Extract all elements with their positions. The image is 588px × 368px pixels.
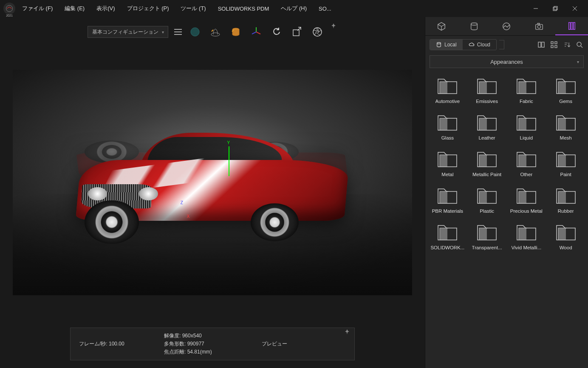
folder-label: Glass <box>441 135 454 140</box>
configuration-dropdown[interactable]: 基本コンフィギュレーション ▾ <box>88 26 168 38</box>
menu-file[interactable]: ファイル (F) <box>17 2 58 15</box>
folder-icon <box>435 185 459 206</box>
tab-materials[interactable] <box>458 17 491 35</box>
svg-rect-23 <box>538 42 541 47</box>
sphere-tool-icon[interactable] <box>188 25 202 39</box>
axis-tool-icon[interactable] <box>249 25 263 39</box>
menu-project[interactable]: プロジェクト (P) <box>122 2 174 15</box>
status-bar: フレーム/秒: 100.00 解像度: 960x540 多角形数: 990977… <box>70 328 355 360</box>
menu-view[interactable]: 表示(V) <box>91 2 120 15</box>
folder-label: Precious Metal <box>510 208 543 214</box>
folder-precious-metal[interactable]: Precious Metal <box>509 185 545 214</box>
folder-automotive[interactable]: Automotive <box>430 75 466 104</box>
svg-rect-24 <box>542 42 544 47</box>
folder-icon <box>435 111 459 133</box>
split-view-icon[interactable] <box>537 40 546 49</box>
svg-rect-49 <box>519 228 526 240</box>
folder-label: Fabric <box>520 99 533 104</box>
pin-icon[interactable] <box>344 329 351 336</box>
folder-grid: AutomotiveEmissivesFabricGemsGlassLeathe… <box>425 72 588 253</box>
hamburger-icon[interactable] <box>174 29 182 35</box>
folder-label: Vivid Metalli... <box>512 245 542 250</box>
svg-rect-35 <box>440 118 447 130</box>
folder-paint[interactable]: Paint <box>548 148 584 177</box>
maximize-button[interactable] <box>546 2 565 15</box>
svg-rect-45 <box>519 191 526 203</box>
folder-gems[interactable]: Gems <box>548 75 584 104</box>
folder-icon <box>554 221 578 242</box>
folder-emissives[interactable]: Emissives <box>469 75 505 104</box>
export-tool-icon[interactable] <box>290 25 304 39</box>
folder-label: Leather <box>479 135 495 140</box>
folder-vivid-metalli-[interactable]: Vivid Metalli... <box>509 221 545 250</box>
refresh-tool-icon[interactable] <box>269 25 284 39</box>
folder-glass[interactable]: Glass <box>430 111 466 140</box>
menu-edit[interactable]: 編集 (E) <box>59 2 90 15</box>
menu-bar: 2021 ファイル (F) 編集 (E) 表示(V) プロジェクト (P) ツー… <box>0 0 588 17</box>
folder-metal[interactable]: Metal <box>430 148 466 177</box>
folder-mesh[interactable]: Mesh <box>548 111 584 140</box>
svg-point-0 <box>6 6 13 12</box>
aperture-tool-icon[interactable] <box>310 25 325 39</box>
folder-pbr-materials[interactable]: PBR Materials <box>430 185 466 214</box>
svg-point-17 <box>537 25 540 28</box>
tab-camera[interactable] <box>523 17 556 35</box>
svg-rect-32 <box>479 82 487 94</box>
svg-rect-27 <box>551 46 553 48</box>
axis-y-icon <box>229 146 229 176</box>
folder-label: Liquid <box>520 135 533 140</box>
app-logo-year: 2021 <box>6 14 13 17</box>
svg-rect-31 <box>440 82 447 94</box>
local-cloud-row: Local Cloud <box>425 36 588 54</box>
minimize-button[interactable] <box>526 2 546 15</box>
app-logo[interactable]: 2021 <box>3 3 15 14</box>
side-tabs <box>425 17 588 36</box>
svg-rect-18 <box>537 23 540 24</box>
local-button[interactable]: Local <box>430 40 463 50</box>
folder-other[interactable]: Other <box>509 148 545 177</box>
cylinder-tool-icon[interactable] <box>229 25 243 39</box>
folder-fabric[interactable]: Fabric <box>509 75 545 104</box>
pin-icon[interactable] <box>331 23 337 30</box>
search-icon[interactable] <box>575 40 584 49</box>
svg-line-10 <box>256 32 260 34</box>
axis-z-icon: Z <box>181 200 183 205</box>
folder-leather[interactable]: Leather <box>469 111 505 140</box>
folder-wood[interactable]: Wood <box>548 221 584 250</box>
sort-icon[interactable] <box>563 40 571 49</box>
folder-label: Metal <box>441 172 453 177</box>
tab-model[interactable] <box>425 17 458 35</box>
svg-rect-43 <box>440 191 447 203</box>
axis-x-icon: X <box>187 214 190 219</box>
car-model: X Z <box>53 120 372 255</box>
grid-view-icon[interactable] <box>550 40 558 49</box>
tab-scene[interactable] <box>490 17 523 35</box>
folder-plastic[interactable]: Plastic <box>469 185 505 214</box>
folder-solidwork-[interactable]: SOLIDWORK... <box>430 221 466 250</box>
folder-rubber[interactable]: Rubber <box>548 185 584 214</box>
folder-icon <box>475 75 499 96</box>
svg-rect-34 <box>558 82 566 94</box>
close-button[interactable] <box>565 2 585 15</box>
tab-library[interactable] <box>555 17 588 35</box>
folder-label: PBR Materials <box>432 208 464 214</box>
render-preview[interactable]: X Z <box>13 70 412 295</box>
toggle-extra[interactable] <box>499 40 504 49</box>
cloud-button[interactable]: Cloud <box>463 40 496 50</box>
menu-tools[interactable]: ツール (T) <box>175 2 211 15</box>
folder-liquid[interactable]: Liquid <box>509 111 545 140</box>
folder-label: Paint <box>560 172 571 177</box>
menu-so[interactable]: SO... <box>314 3 336 14</box>
folder-icon <box>554 148 578 169</box>
folder-metallic-paint[interactable]: Metallic Paint <box>469 148 505 177</box>
svg-rect-28 <box>555 46 557 48</box>
polygons-value: 990977 <box>187 341 204 347</box>
menu-pdm[interactable]: SOLIDWORKS PDM <box>213 3 274 14</box>
appearances-dropdown[interactable]: Appearances ▾ <box>430 55 584 68</box>
environment-tool-icon[interactable] <box>208 25 223 39</box>
menu-help[interactable]: ヘルプ (H) <box>276 2 312 15</box>
folder-icon <box>514 111 538 133</box>
viewport[interactable]: X Z <box>0 43 425 322</box>
folder-icon <box>514 148 538 169</box>
folder-transparent-[interactable]: Transparent... <box>469 221 505 250</box>
